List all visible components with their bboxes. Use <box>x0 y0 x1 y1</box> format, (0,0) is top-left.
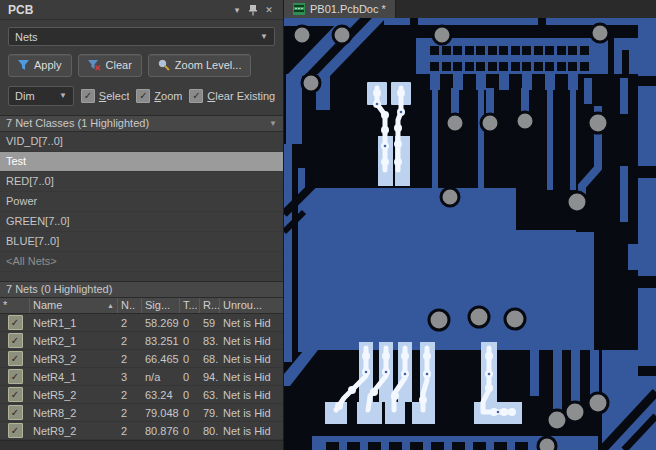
funnel-icon <box>18 60 29 71</box>
table-row[interactable]: NetR8_2279.048079.Net is Hid <box>0 404 283 422</box>
net-class-item[interactable]: RED[7..0] <box>0 172 283 192</box>
net-checkbox[interactable] <box>8 369 23 384</box>
dim-row: Dim ▼ Select Zoom Clear Existing <box>8 86 275 106</box>
close-icon[interactable]: ✕ <box>261 2 277 18</box>
panel-mode-value: Nets <box>15 31 260 43</box>
table-row[interactable]: NetR5_2263.24063.Net is Hid <box>0 386 283 404</box>
col-header-check[interactable]: * <box>0 298 30 314</box>
pcb-editor: PB01.PcbDoc * <box>284 0 656 450</box>
panel-bottom-strip <box>0 440 283 450</box>
clear-existing-checkbox[interactable] <box>189 89 203 103</box>
pcbdoc-icon <box>293 3 305 15</box>
panel-titlebar: PCB ▾ ✕ <box>0 0 283 20</box>
net-checkbox[interactable] <box>8 387 23 402</box>
select-checkbox-label: Select <box>99 90 129 102</box>
pcb-panel: PCB ▾ ✕ Nets ▼ Apply Clear Zoom Level...… <box>0 0 284 450</box>
chevron-down-icon: ▼ <box>59 91 67 100</box>
net-class-item[interactable]: VID_D[7..0] <box>0 132 283 152</box>
document-tabbar: PB01.PcbDoc * <box>284 0 656 18</box>
panel-menu-icon[interactable]: ▾ <box>229 2 245 18</box>
dim-value: Dim <box>15 90 59 102</box>
col-header-routed[interactable]: R... <box>200 298 220 314</box>
panel-title: PCB <box>8 3 229 17</box>
table-row[interactable]: NetR2_1283.251083.Net is Hid <box>0 332 283 350</box>
net-checkbox[interactable] <box>8 333 23 348</box>
sort-asc-icon: ▲ <box>107 302 114 309</box>
pin-icon[interactable] <box>245 2 261 18</box>
table-row[interactable]: NetR3_2266.465068.Net is Hid <box>0 350 283 368</box>
table-row[interactable]: NetR4_13n/a094.Net is Hid <box>0 368 283 386</box>
document-tab-label: PB01.PcbDoc * <box>310 3 386 15</box>
net-checkbox[interactable] <box>8 405 23 420</box>
zoom-checkbox[interactable] <box>136 89 150 103</box>
chevron-down-icon: ▼ <box>260 32 268 41</box>
nets-table-body: NetR1_1258.269059Net is Hid NetR2_1283.2… <box>0 314 283 440</box>
net-classes-list: VID_D[7..0] Test RED[7..0] Power GREEN[7… <box>0 132 283 272</box>
zoom-level-button[interactable]: Zoom Level... <box>148 54 252 77</box>
nets-table-header: * Name▲ N.. Sig... T... R... Unrou... <box>0 298 283 315</box>
panel-mode-dropdown[interactable]: Nets ▼ <box>8 27 275 46</box>
clear-existing-checkbox-label: Clear Existing <box>207 90 275 102</box>
zoom-checkbox-label: Zoom <box>154 90 182 102</box>
col-header-nodes[interactable]: N.. <box>118 298 142 314</box>
net-class-item[interactable]: BLUE[7..0] <box>0 232 283 252</box>
apply-button[interactable]: Apply <box>8 54 72 77</box>
table-row[interactable]: NetR1_1258.269059Net is Hid <box>0 314 283 332</box>
magnifier-icon <box>158 59 170 71</box>
table-row[interactable]: NetR9_2280.876080.Net is Hid <box>0 422 283 440</box>
document-tab[interactable]: PB01.PcbDoc * <box>284 0 396 18</box>
clear-button[interactable]: Clear <box>78 54 142 77</box>
col-header-signal[interactable]: Sig... <box>142 298 180 314</box>
col-header-unrouted[interactable]: Unrou... <box>220 298 283 314</box>
nets-header[interactable]: 7 Nets (0 Highlighted) <box>0 281 283 298</box>
select-checkbox-group[interactable]: Select <box>81 89 129 103</box>
pcb-canvas[interactable] <box>284 18 656 450</box>
net-checkbox[interactable] <box>8 315 23 330</box>
zoom-checkbox-group[interactable]: Zoom <box>136 89 182 103</box>
col-header-name[interactable]: Name▲ <box>30 298 118 314</box>
col-header-t[interactable]: T... <box>180 298 200 314</box>
net-class-item-selected[interactable]: Test <box>0 152 283 172</box>
net-checkbox[interactable] <box>8 423 23 438</box>
net-class-item-all-nets[interactable]: <All Nets> <box>0 252 283 272</box>
net-checkbox[interactable] <box>8 351 23 366</box>
dim-dropdown[interactable]: Dim ▼ <box>8 86 74 106</box>
chevron-down-icon: ▼ <box>269 119 277 128</box>
panel-buttons: Apply Clear Zoom Level... <box>8 54 275 77</box>
clear-existing-checkbox-group[interactable]: Clear Existing <box>189 89 275 103</box>
net-classes-header[interactable]: 7 Net Classes (1 Highlighted) ▼ <box>0 115 283 132</box>
net-class-item[interactable]: GREEN[7..0] <box>0 212 283 232</box>
net-class-item[interactable]: Power <box>0 192 283 212</box>
select-checkbox[interactable] <box>81 89 95 103</box>
funnel-clear-icon <box>88 60 101 71</box>
